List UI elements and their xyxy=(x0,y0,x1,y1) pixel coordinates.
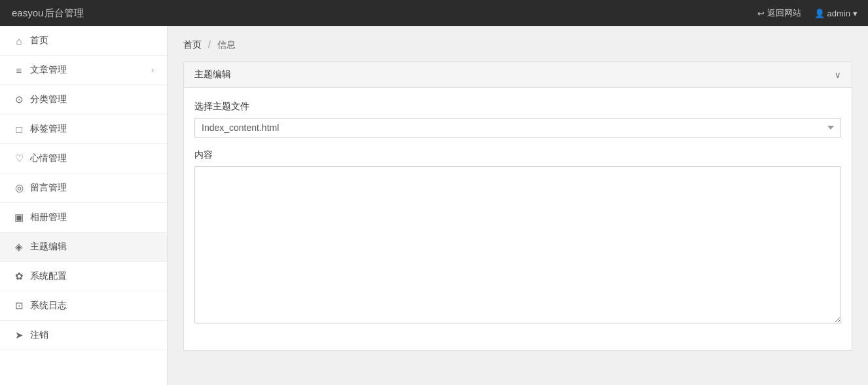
theme-icon: ◈ xyxy=(13,241,25,253)
category-icon: ⊙ xyxy=(13,94,25,105)
mood-icon: ♡ xyxy=(13,153,25,164)
sidebar-label-syslog: 系统日志 xyxy=(30,300,67,312)
content-label: 内容 xyxy=(194,149,841,161)
admin-chevron-icon: ▾ xyxy=(853,9,858,18)
sidebar-item-album[interactable]: ▣ 相册管理 xyxy=(0,203,167,232)
card-header[interactable]: 主题编辑 ∨ xyxy=(184,62,852,88)
admin-label: admin xyxy=(827,9,850,18)
sidebar-label-sysconfig: 系统配置 xyxy=(30,270,67,282)
sidebar-label-theme: 主题编辑 xyxy=(30,241,67,253)
sidebar-item-tag[interactable]: □ 标签管理 xyxy=(0,115,167,144)
sidebar-label-comment: 留言管理 xyxy=(30,182,67,194)
sidebar-item-sysconfig[interactable]: ✿ 系统配置 xyxy=(0,262,167,291)
navbar: easyou后台管理 ↩ 返回网站 👤 admin ▾ xyxy=(0,0,868,26)
card-collapse-icon: ∨ xyxy=(835,70,841,80)
article-icon: ≡ xyxy=(13,65,25,76)
sidebar-label-article: 文章管理 xyxy=(30,64,67,76)
content-group: 内容 xyxy=(194,149,841,325)
tag-icon: □ xyxy=(13,124,25,135)
comment-icon: ◎ xyxy=(13,182,25,194)
sidebar-item-logout[interactable]: ➤ 注销 xyxy=(0,321,167,350)
sidebar-label-mood: 心情管理 xyxy=(30,153,67,164)
sysconfig-icon: ✿ xyxy=(13,270,25,282)
sidebar-label-logout: 注销 xyxy=(30,329,48,341)
card-body: 选择主题文件 Index_content.html 内容 xyxy=(184,88,852,350)
card-header-title: 主题编辑 xyxy=(194,69,231,81)
syslog-icon: ⊡ xyxy=(13,300,25,312)
logout-icon: ➤ xyxy=(13,329,25,341)
file-select-group: 选择主题文件 Index_content.html xyxy=(194,101,841,138)
sidebar-item-home[interactable]: ⌂ 首页 xyxy=(0,26,167,56)
brand-highlight: easyou xyxy=(12,7,43,18)
navbar-right: ↩ 返回网站 👤 admin ▾ xyxy=(757,7,858,19)
breadcrumb-current: 信息 xyxy=(217,39,236,50)
content-textarea[interactable] xyxy=(194,166,841,323)
brand-text: 后台管理 xyxy=(45,7,84,18)
sidebar: ⌂ 首页 ≡ 文章管理 › ⊙ 分类管理 □ 标签管理 ♡ xyxy=(0,26,168,385)
sidebar-item-category[interactable]: ⊙ 分类管理 xyxy=(0,85,167,115)
return-site-label: 返回网站 xyxy=(767,7,801,19)
article-chevron-icon: › xyxy=(151,65,154,75)
layout: ⌂ 首页 ≡ 文章管理 › ⊙ 分类管理 □ 标签管理 ♡ xyxy=(0,26,868,385)
sidebar-label-home: 首页 xyxy=(30,35,48,46)
return-site-icon: ↩ xyxy=(757,9,765,18)
file-label: 选择主题文件 xyxy=(194,101,841,113)
navbar-brand: easyou后台管理 xyxy=(10,7,84,20)
return-site-link[interactable]: ↩ 返回网站 xyxy=(757,7,801,19)
sidebar-item-syslog[interactable]: ⊡ 系统日志 xyxy=(0,291,167,321)
admin-menu[interactable]: 👤 admin ▾ xyxy=(814,9,858,18)
sidebar-label-category: 分类管理 xyxy=(30,94,67,105)
sidebar-item-theme[interactable]: ◈ 主题编辑 xyxy=(0,232,167,262)
sidebar-label-album: 相册管理 xyxy=(30,211,67,223)
breadcrumb-home: 首页 xyxy=(183,39,202,50)
sidebar-item-mood[interactable]: ♡ 心情管理 xyxy=(0,144,167,174)
sidebar-item-article[interactable]: ≡ 文章管理 › xyxy=(0,56,167,85)
breadcrumb-separator: / xyxy=(208,39,211,50)
home-icon: ⌂ xyxy=(13,35,25,46)
album-icon: ▣ xyxy=(13,211,25,223)
file-select[interactable]: Index_content.html xyxy=(194,118,841,138)
breadcrumb: 首页 / 信息 xyxy=(183,39,852,51)
theme-edit-card: 主题编辑 ∨ 选择主题文件 Index_content.html 内容 xyxy=(183,62,852,351)
main-content: 首页 / 信息 主题编辑 ∨ 选择主题文件 Index_content.html xyxy=(168,26,868,385)
admin-icon: 👤 xyxy=(814,9,825,18)
sidebar-item-comment[interactable]: ◎ 留言管理 xyxy=(0,174,167,203)
sidebar-label-tag: 标签管理 xyxy=(30,123,67,135)
